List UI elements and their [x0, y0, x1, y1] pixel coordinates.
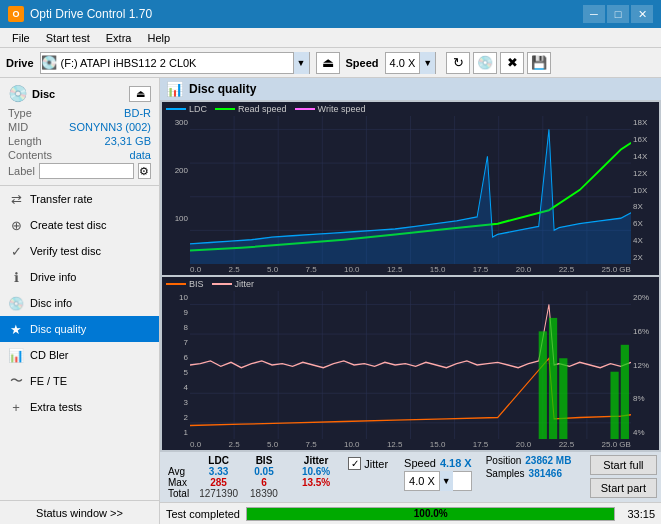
sidebar-item-transfer-rate[interactable]: ⇄ Transfer rate — [0, 186, 159, 212]
disc-contents-row: Contents data — [8, 149, 151, 161]
chart-title: Disc quality — [189, 82, 256, 96]
disc-header: 💿 Disc ⏏ — [8, 84, 151, 103]
menu-extra[interactable]: Extra — [98, 30, 140, 46]
disc-button[interactable]: 💿 — [473, 52, 497, 74]
disc-contents-label: Contents — [8, 149, 52, 161]
jitter-checkbox[interactable]: ✓ — [348, 457, 361, 470]
menu-file[interactable]: File — [4, 30, 38, 46]
sidebar-item-disc-quality[interactable]: ★ Disc quality — [0, 316, 159, 342]
sidebar-item-label: Disc quality — [30, 323, 86, 335]
avg-ldc: 3.33 — [193, 466, 244, 477]
top-chart-svg-container — [190, 116, 631, 264]
top-y-axis-right: 18X 16X 14X 12X 10X 8X 6X 4X 2X — [631, 116, 659, 264]
stats-row: LDC BIS Jitter Avg 3.33 0.05 10.6% — [164, 455, 657, 499]
top-chart-body: 300 200 100 — [162, 116, 659, 264]
start-full-button[interactable]: Start full — [590, 455, 657, 475]
top-y-axis-left: 300 200 100 — [162, 116, 190, 264]
disc-header-icon: 💿 — [8, 84, 28, 103]
disc-eject-button[interactable]: ⏏ — [129, 86, 151, 102]
bottom-y-axis-left: 10 9 8 7 6 5 4 3 2 1 — [162, 291, 190, 439]
speed-section: Speed 4.18 X 4.0 X ▼ — [400, 455, 476, 493]
jitter-control: ✓ Jitter — [340, 455, 396, 472]
close-button[interactable]: ✕ — [631, 5, 653, 23]
disc-type-row: Type BD-R — [8, 107, 151, 119]
disc-type-label: Type — [8, 107, 32, 119]
speed-label-stat: Speed — [404, 457, 436, 469]
ldc-chart-panel: LDC Read speed Write speed 300 — [162, 102, 659, 275]
speed-select-dropdown[interactable]: ▼ — [439, 471, 453, 491]
speed-label: Speed — [346, 57, 379, 69]
create-test-disc-icon: ⊕ — [8, 218, 24, 233]
speed-select-value: 4.0 X — [405, 475, 439, 487]
position-value: 23862 MB — [525, 455, 571, 466]
disc-length-label: Length — [8, 135, 42, 147]
sidebar-item-create-test-disc[interactable]: ⊕ Create test disc — [0, 212, 159, 238]
max-label: Max — [164, 477, 193, 488]
sidebar-item-label: CD Bler — [30, 349, 69, 361]
disc-label-button[interactable]: ⚙ — [138, 163, 151, 179]
status-window-button[interactable]: Status window >> — [0, 500, 159, 524]
read-speed-legend-line — [215, 108, 235, 110]
sidebar-item-label: Verify test disc — [30, 245, 101, 257]
disc-header-left: 💿 Disc — [8, 84, 55, 103]
drive-icon: 💽 — [41, 55, 57, 70]
sidebar-item-label: FE / TE — [30, 375, 67, 387]
refresh-button[interactable]: ↻ — [446, 52, 470, 74]
content-area: 📊 Disc quality LDC Read speed — [160, 78, 661, 524]
ldc-legend-line — [166, 108, 186, 110]
save-button[interactable]: 💾 — [527, 52, 551, 74]
drive-info-icon: ℹ — [8, 270, 24, 285]
maximize-button[interactable]: □ — [607, 5, 629, 23]
sidebar-item-extra-tests[interactable]: + Extra tests — [0, 394, 159, 420]
total-label: Total — [164, 488, 193, 499]
speed-row: Speed 4.18 X — [404, 457, 472, 469]
cd-bler-icon: 📊 — [8, 348, 24, 363]
jitter-legend-label: Jitter — [235, 279, 255, 289]
col-header-bis: BIS — [244, 455, 284, 466]
disc-label-input[interactable] — [39, 163, 134, 179]
write-speed-legend-line — [295, 108, 315, 110]
disc-label-row: Label ⚙ — [8, 163, 151, 179]
stats-total-row: Total 1271390 18390 — [164, 488, 336, 499]
main: 💿 Disc ⏏ Type BD-R MID SONYNN3 (002) Len… — [0, 78, 661, 524]
bottom-x-axis: 0.0 2.5 5.0 7.5 10.0 12.5 15.0 17.5 20.0… — [162, 439, 659, 450]
menu-start-test[interactable]: Start test — [38, 30, 98, 46]
col-header-jitter: Jitter — [296, 455, 336, 466]
sidebar-item-verify-test-disc[interactable]: ✓ Verify test disc — [0, 238, 159, 264]
sidebar-item-cd-bler[interactable]: 📊 CD Bler — [0, 342, 159, 368]
disc-header-label: Disc — [32, 88, 55, 100]
svg-rect-28 — [539, 331, 547, 439]
progress-text: 100.0% — [247, 508, 614, 519]
menu-help[interactable]: Help — [139, 30, 178, 46]
disc-type-value: BD-R — [124, 107, 151, 119]
sidebar-item-drive-info[interactable]: ℹ Drive info — [0, 264, 159, 290]
eject-button[interactable]: ⏏ — [316, 52, 340, 74]
drive-dropdown[interactable]: ▼ — [293, 52, 309, 74]
titlebar-buttons: ─ □ ✕ — [583, 5, 653, 23]
position-row: Position 23862 MB — [486, 455, 572, 466]
erase-button[interactable]: ✖ — [500, 52, 524, 74]
disc-length-value: 23,31 GB — [105, 135, 151, 147]
stats-max-row: Max 285 6 13.5% — [164, 477, 336, 488]
speed-select-control[interactable]: 4.0 X ▼ — [404, 471, 472, 491]
sidebar: 💿 Disc ⏏ Type BD-R MID SONYNN3 (002) Len… — [0, 78, 160, 524]
start-part-button[interactable]: Start part — [590, 478, 657, 498]
bis-legend: BIS Jitter — [162, 277, 659, 291]
sidebar-item-fe-te[interactable]: 〜 FE / TE — [0, 368, 159, 394]
chart-header-icon: 📊 — [166, 81, 183, 97]
total-ldc: 1271390 — [193, 488, 244, 499]
minimize-button[interactable]: ─ — [583, 5, 605, 23]
position-section: Position 23862 MB Samples 381466 — [486, 455, 572, 479]
bottom-y-axis-right: 20% 16% 12% 8% 4% — [631, 291, 659, 439]
sidebar-item-disc-info[interactable]: 💿 Disc info — [0, 290, 159, 316]
speed-dropdown[interactable]: ▼ — [419, 52, 435, 74]
jitter-checkbox-row[interactable]: ✓ Jitter — [348, 457, 388, 470]
samples-row: Samples 381466 — [486, 468, 572, 479]
disc-info-icon: 💿 — [8, 296, 24, 311]
bottom-chart-svg-container — [190, 291, 631, 439]
write-speed-legend-label: Write speed — [318, 104, 366, 114]
col-header-empty — [164, 455, 193, 466]
disc-quality-icon: ★ — [8, 322, 24, 337]
position-label: Position — [486, 455, 522, 466]
drivebar-icons: ↻ 💿 ✖ 💾 — [446, 52, 551, 74]
